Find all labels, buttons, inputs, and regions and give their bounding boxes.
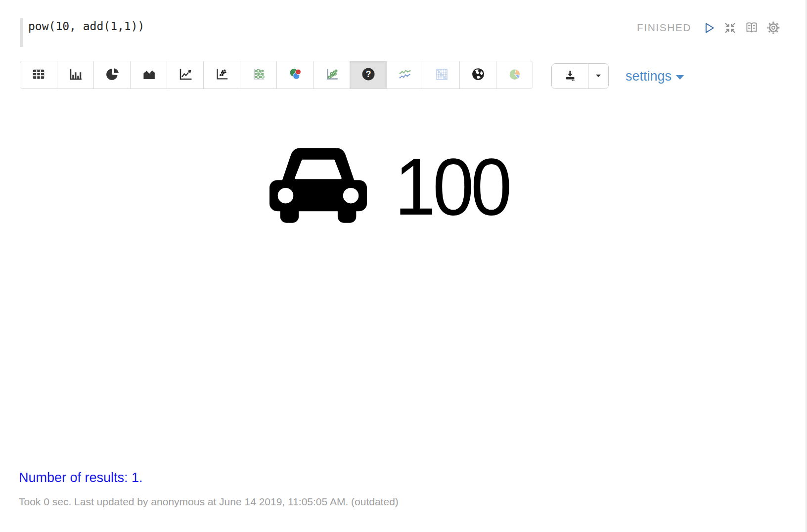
play-icon[interactable] <box>702 21 716 35</box>
venn-diagram-icon <box>288 67 303 83</box>
viz-button-bar-chart[interactable] <box>57 61 93 89</box>
viz-button-globe-map[interactable] <box>459 61 496 89</box>
download-icon <box>563 69 577 84</box>
viz-button-venn-diagram[interactable] <box>276 61 313 89</box>
download-button-group <box>551 63 609 89</box>
area-chart-icon <box>141 67 156 83</box>
viz-button-pie-chart[interactable] <box>93 61 130 89</box>
status-badge: FINISHED <box>637 22 691 34</box>
zeppelin-paragraph: pow(10, add(1,1)) FINISHED <box>0 0 807 532</box>
caret-down-icon <box>592 70 604 83</box>
gear-icon[interactable] <box>766 21 780 35</box>
download-button[interactable] <box>552 64 588 89</box>
settings-label: settings <box>626 69 672 84</box>
scatter-chart-icon <box>215 67 229 83</box>
viz-button-area-chart[interactable] <box>130 61 167 89</box>
book-icon[interactable] <box>745 21 759 35</box>
viz-toolbar: ? <box>20 61 807 89</box>
multi-line-chart-icon <box>398 67 412 83</box>
viz-button-green-scatter-chart[interactable] <box>313 61 350 89</box>
colored-pie-icon <box>507 67 522 83</box>
bubble-grid-icon <box>251 67 266 83</box>
globe-icon <box>471 67 486 83</box>
heatmap-grid-icon <box>434 67 449 83</box>
execution-status-line: Took 0 sec. Last updated by anonymous at… <box>19 496 807 508</box>
viz-button-heatmap-grid[interactable] <box>423 61 459 89</box>
settings-caret-icon <box>676 75 684 80</box>
viz-button-group: ? <box>20 61 533 89</box>
car-icon <box>269 148 367 225</box>
code-editor[interactable]: pow(10, add(1,1)) FINISHED <box>0 0 807 47</box>
svg-text:?: ? <box>365 69 371 79</box>
viz-button-multi-line-chart[interactable] <box>386 61 423 89</box>
result-value: 100 <box>395 146 509 227</box>
viz-button-unknown-question[interactable]: ? <box>350 61 386 89</box>
results-count-text: Number of results: 1. <box>19 470 807 486</box>
viz-button-line-chart[interactable] <box>167 61 203 89</box>
paragraph-controls: FINISHED <box>637 20 780 36</box>
viz-button-bubble-grid-chart[interactable] <box>240 61 276 89</box>
shrink-icon[interactable] <box>723 21 737 35</box>
line-chart-icon <box>178 67 193 83</box>
result-visualization: 100 <box>0 149 807 224</box>
table-icon <box>31 67 46 83</box>
viz-button-colored-pie-chart[interactable] <box>496 61 533 89</box>
bar-chart-icon <box>68 67 83 83</box>
question-mark-icon: ? <box>361 67 376 83</box>
viz-button-table[interactable] <box>20 61 57 89</box>
pie-chart-icon <box>105 67 120 83</box>
download-options-button[interactable] <box>588 64 608 89</box>
code-line[interactable]: pow(10, add(1,1)) <box>28 20 144 33</box>
green-scatter-icon <box>324 67 339 83</box>
settings-link[interactable]: settings <box>626 63 684 89</box>
viz-button-scatter-chart[interactable] <box>203 61 240 89</box>
editor-gutter <box>20 18 23 47</box>
